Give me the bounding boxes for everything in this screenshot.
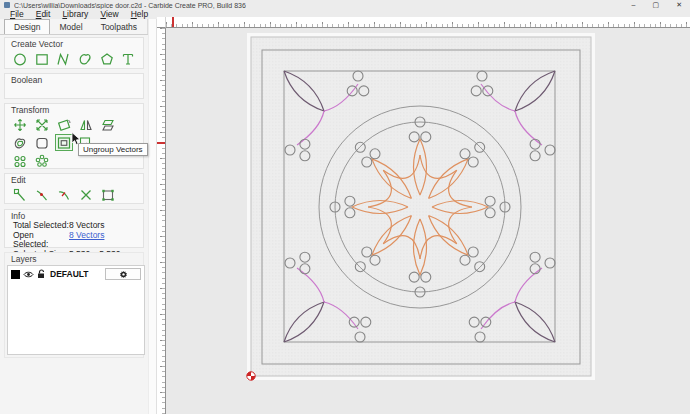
- layer-settings-button[interactable]: [105, 268, 141, 280]
- tab-model[interactable]: Model: [50, 20, 91, 34]
- shear-icon[interactable]: [99, 116, 117, 133]
- delete-icon[interactable]: [77, 186, 95, 203]
- scale-icon[interactable]: [33, 116, 51, 133]
- ruler-cursor-marker-x: [172, 17, 174, 27]
- offset-vectors-icon[interactable]: [11, 134, 29, 151]
- design-canvas[interactable]: [166, 28, 690, 414]
- layer-name: DEFAULT: [50, 269, 89, 279]
- linear-array-icon[interactable]: [11, 152, 29, 169]
- tooltip-ungroup-vectors: Ungroup Vectors: [78, 143, 148, 156]
- curve-tool-icon[interactable]: [76, 50, 94, 67]
- close-button[interactable]: ✕: [676, 0, 682, 10]
- rotate-icon[interactable]: [55, 116, 73, 133]
- circle-tool-icon[interactable]: [11, 50, 29, 67]
- maximize-button[interactable]: ▢: [653, 0, 660, 10]
- layers-title: Layers: [11, 254, 37, 264]
- rectangle-tool-icon[interactable]: [33, 50, 51, 67]
- edit-polyline-icon[interactable]: [99, 186, 117, 203]
- layer-row-default[interactable]: DEFAULT: [8, 266, 144, 282]
- menu-file[interactable]: File: [4, 10, 30, 19]
- menu-library[interactable]: Library: [56, 10, 94, 19]
- polyline-tool-icon[interactable]: [54, 50, 72, 67]
- menu-edit[interactable]: Edit: [30, 10, 57, 19]
- menu-help[interactable]: Help: [125, 10, 154, 19]
- circular-array-icon[interactable]: [33, 152, 51, 169]
- node-edit-icon[interactable]: [11, 186, 29, 203]
- move-icon[interactable]: [11, 116, 29, 133]
- fillet-icon[interactable]: [33, 134, 51, 151]
- vertical-ruler: [157, 28, 166, 414]
- edit-title: Edit: [11, 175, 26, 185]
- window-title: C:\Users\willia\Downloads\spice door.c2d…: [14, 2, 246, 9]
- polygon-tool-icon[interactable]: [98, 50, 116, 67]
- break-vector-icon[interactable]: [33, 186, 51, 203]
- unlock-icon[interactable]: [37, 269, 46, 279]
- layers-list[interactable]: DEFAULT: [7, 265, 145, 355]
- design-sidebar: Design Model Toolpaths Create Vector: [0, 19, 148, 414]
- design-panel-body: Create Vector: [0, 34, 148, 414]
- mouse-cursor-icon: [71, 132, 82, 146]
- create-vector-group: Create Vector: [4, 37, 144, 69]
- layers-group: Layers DEFAULT: [4, 252, 144, 358]
- boolean-title: Boolean: [11, 75, 42, 85]
- layer-color-swatch[interactable]: [11, 270, 20, 279]
- open-vectors-link[interactable]: 8 Vectors: [69, 231, 104, 250]
- create-vector-title: Create Vector: [11, 39, 63, 49]
- ruler-cursor-marker-y: [157, 142, 165, 144]
- tab-toolpaths[interactable]: Toolpaths: [92, 20, 146, 34]
- tab-design[interactable]: Design: [4, 19, 50, 34]
- visibility-eye-icon[interactable]: [23, 270, 34, 279]
- boolean-group: Boolean: [4, 73, 144, 99]
- info-title: Info: [11, 211, 25, 221]
- sidebar-scrollbar[interactable]: [149, 19, 157, 414]
- mode-tabs: Design Model Toolpaths: [0, 19, 148, 34]
- menu-view[interactable]: View: [94, 10, 124, 19]
- gear-icon: [119, 270, 128, 279]
- info-open-selected: Open Selected: 8 Vectors: [13, 231, 143, 250]
- trim-vector-icon[interactable]: [55, 186, 73, 203]
- app-logo-icon: [4, 2, 10, 8]
- transform-title: Transform: [11, 105, 49, 115]
- text-tool-icon[interactable]: [119, 50, 137, 67]
- carbide-create-window: C:\Users\willia\Downloads\spice door.c2d…: [0, 0, 690, 414]
- mirror-icon[interactable]: [77, 116, 95, 133]
- edit-group: Edit: [4, 173, 144, 204]
- info-group: Info Total Selected: 8 Vectors Open Sele…: [4, 209, 144, 248]
- minimize-button[interactable]: –: [632, 0, 636, 10]
- horizontal-ruler: [166, 17, 690, 28]
- ruler-corner: [157, 17, 166, 28]
